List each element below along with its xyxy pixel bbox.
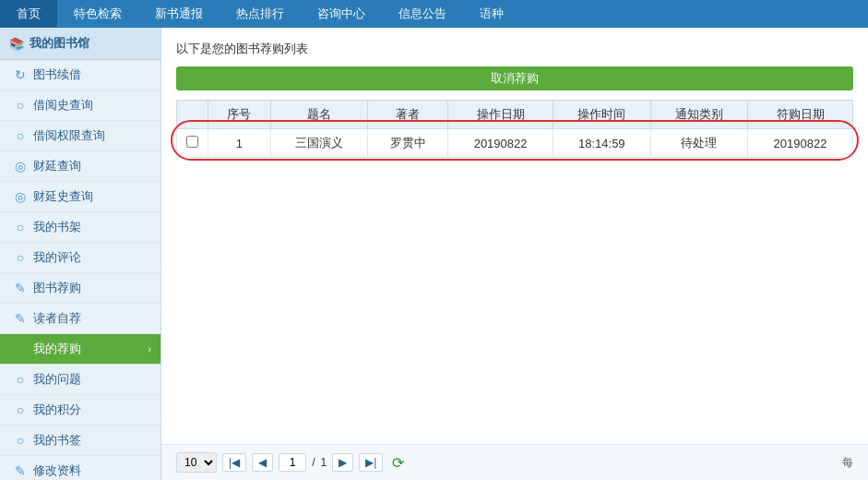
row-author: 罗贯中 xyxy=(368,129,448,158)
sidebar-item-reader-recommend[interactable]: ✎ 读者自荐 xyxy=(0,304,161,334)
sidebar-item-my-shelf[interactable]: ○ 我的书架 xyxy=(0,212,161,243)
content-title: 以下是您的图书荐购列表 xyxy=(176,41,853,57)
col-purchase-date: 符购日期 xyxy=(748,101,853,129)
refresh-icon[interactable]: ⟳ xyxy=(392,454,404,472)
search-icon-3: ○ xyxy=(13,220,28,234)
col-op-date: 操作日期 xyxy=(448,101,553,129)
nav-notice[interactable]: 信息公告 xyxy=(382,0,463,28)
nav-language[interactable]: 语种 xyxy=(463,0,520,28)
sidebar-item-label: 我的书签 xyxy=(33,432,81,449)
content-area: 以下是您的图书荐购列表 取消荐购 序号 题名 著者 操作日期 操作时间 通知 xyxy=(161,28,868,480)
col-title: 题名 xyxy=(270,101,367,129)
row-title: 三国演义 xyxy=(270,129,367,158)
sidebar-item-label: 我的评论 xyxy=(33,249,81,266)
renew-icon: ↻ xyxy=(13,67,28,82)
sidebar-item-label: 图书续借 xyxy=(33,66,81,83)
nav-home[interactable]: 首页 xyxy=(0,0,57,28)
sidebar: 📚 我的图书馆 ↻ 图书续借 ○ 借阅史查询 ○ 借阅权限查询 ◎ 财延查询 ◎… xyxy=(0,28,161,480)
search-icon-2: ○ xyxy=(13,128,28,143)
cancel-recommend-button[interactable]: 取消荐购 xyxy=(176,66,853,90)
sidebar-item-label: 我的问题 xyxy=(33,371,81,388)
search-icon-5: ○ xyxy=(13,372,28,387)
col-seq: 序号 xyxy=(208,101,271,129)
sidebar-item-fine-query[interactable]: ◎ 财延查询 xyxy=(0,151,161,182)
row-checkbox[interactable] xyxy=(186,136,198,148)
col-op-time: 操作时间 xyxy=(553,101,650,129)
table-header-row: 序号 题名 著者 操作日期 操作时间 通知类别 符购日期 xyxy=(177,101,853,129)
sidebar-item-edit-profile[interactable]: ✎ 修改资料 xyxy=(0,456,161,480)
top-navigation: 首页 特色检索 新书通报 热点排行 咨询中心 信息公告 语种 xyxy=(0,0,868,28)
col-checkbox xyxy=(177,101,208,129)
sidebar-item-label: 图书荐购 xyxy=(33,280,81,296)
search-icon-6: ○ xyxy=(13,402,28,417)
page-separator: / xyxy=(312,456,315,469)
edit-icon-1: ✎ xyxy=(13,281,28,295)
nav-feature-search[interactable]: 特色检索 xyxy=(57,0,138,28)
row-notify: 待处理 xyxy=(650,129,747,158)
main-layout: 📚 我的图书馆 ↻ 图书续借 ○ 借阅史查询 ○ 借阅权限查询 ◎ 财延查询 ◎… xyxy=(0,28,868,480)
sidebar-header: 📚 我的图书馆 xyxy=(0,28,161,60)
sidebar-item-label: 读者自荐 xyxy=(33,310,81,327)
sidebar-item-borrow-history[interactable]: ○ 借阅史查询 xyxy=(0,90,161,121)
sidebar-item-renew[interactable]: ↻ 图书续借 xyxy=(0,60,161,90)
row-op-date: 20190822 xyxy=(448,129,553,158)
sidebar-item-label: 我的荐购 xyxy=(33,341,81,357)
search-icon-4: ○ xyxy=(13,250,28,265)
row-seq: 1 xyxy=(208,129,271,158)
prev-page-button[interactable]: ◀ xyxy=(252,453,273,472)
col-author: 著者 xyxy=(368,101,448,129)
total-pages: 1 xyxy=(320,456,327,469)
search-icon-1: ○ xyxy=(13,98,28,113)
current-page-input[interactable] xyxy=(279,453,306,472)
col-notify: 通知类别 xyxy=(650,101,747,129)
sidebar-item-my-points[interactable]: ○ 我的积分 xyxy=(0,395,161,426)
row-purchase-date: 20190822 xyxy=(748,129,853,158)
sidebar-item-label: 修改资料 xyxy=(33,462,81,479)
circle-icon-1: ◎ xyxy=(13,159,28,174)
library-icon: 📚 xyxy=(9,37,24,51)
first-page-button[interactable]: |◀ xyxy=(222,453,246,472)
sidebar-item-my-questions[interactable]: ○ 我的问题 xyxy=(0,365,161,395)
sidebar-item-label: 财延查询 xyxy=(33,158,81,174)
edit-icon-3: ✎ xyxy=(13,463,28,478)
sidebar-item-my-bookmarks[interactable]: ○ 我的书签 xyxy=(0,426,161,456)
sidebar-item-my-comments[interactable]: ○ 我的评论 xyxy=(0,243,161,273)
sidebar-item-label: 我的积分 xyxy=(33,402,81,418)
nav-hot-rank[interactable]: 热点排行 xyxy=(220,0,301,28)
sidebar-item-my-recommend[interactable]: 我的荐购 › xyxy=(0,334,161,365)
table-wrapper: 序号 题名 著者 操作日期 操作时间 通知类别 符购日期 xyxy=(176,100,853,158)
recommend-table: 序号 题名 著者 操作日期 操作时间 通知类别 符购日期 xyxy=(176,100,853,158)
sidebar-item-label: 财延史查询 xyxy=(33,188,93,205)
sidebar-item-label: 借阅史查询 xyxy=(33,97,93,114)
chevron-right-icon: › xyxy=(148,343,151,354)
nav-consult[interactable]: 咨询中心 xyxy=(301,0,382,28)
pagination-bar: 10 20 50 |◀ ◀ / 1 ▶ ▶| ⟳ 每 xyxy=(161,444,868,480)
content-inner: 以下是您的图书荐购列表 取消荐购 序号 题名 著者 操作日期 操作时间 通知 xyxy=(161,28,868,444)
per-page-select[interactable]: 10 20 50 xyxy=(176,452,217,473)
sidebar-item-book-recommend[interactable]: ✎ 图书荐购 xyxy=(0,273,161,304)
sidebar-item-label: 我的书架 xyxy=(33,219,81,235)
table-row: 1 三国演义 罗贯中 20190822 18:14:59 待处理 2019082… xyxy=(177,129,853,158)
search-icon-7: ○ xyxy=(13,433,28,448)
sidebar-title: 我的图书馆 xyxy=(30,35,89,52)
row-op-time: 18:14:59 xyxy=(553,129,650,158)
next-page-button[interactable]: ▶ xyxy=(332,453,353,472)
sidebar-item-fine-history[interactable]: ◎ 财延史查询 xyxy=(0,182,161,212)
sidebar-item-borrow-rights[interactable]: ○ 借阅权限查询 xyxy=(0,121,161,151)
sidebar-item-label: 借阅权限查询 xyxy=(33,127,105,144)
circle-icon-2: ◎ xyxy=(13,189,28,204)
edit-icon-2: ✎ xyxy=(13,311,28,326)
row-checkbox-cell[interactable] xyxy=(177,129,208,158)
per-page-label: 每 xyxy=(842,455,853,471)
last-page-button[interactable]: ▶| xyxy=(359,453,383,472)
nav-new-books[interactable]: 新书通报 xyxy=(138,0,220,28)
